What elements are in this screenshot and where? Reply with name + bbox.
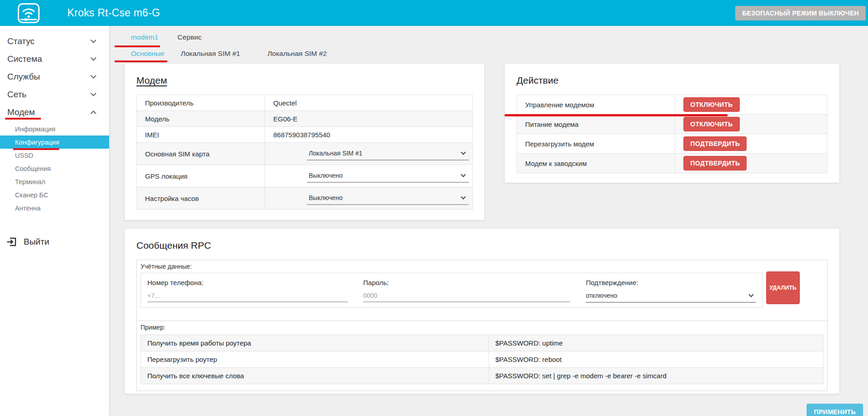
example-command: $PASSWORD: uptime xyxy=(489,335,823,351)
rpc-messages-card: Сообщения RPC Учётные данные: Номер теле… xyxy=(125,229,839,394)
confirmation-label: Подтверждение: xyxy=(586,277,756,286)
row-label: Управление модемом xyxy=(517,95,675,115)
row-label: Модель xyxy=(137,111,265,127)
clock-setup-select[interactable]: Выключено xyxy=(307,192,469,205)
sidebar-item-label: Сеть xyxy=(7,90,26,100)
submenu-item-terminal[interactable]: Терминал xyxy=(0,175,109,188)
sidebar-item-services[interactable]: Службы xyxy=(0,68,109,85)
table-row: Получить все ключевые слова $PASSWORD: s… xyxy=(141,368,823,384)
chevron-down-icon xyxy=(461,194,466,199)
tab-local-sim2[interactable]: Локальная SIM #2 xyxy=(267,50,327,58)
select-value: отключено xyxy=(586,292,617,299)
submenu-item-label: Информация xyxy=(15,125,55,133)
confirmation-select[interactable]: отключено xyxy=(586,286,756,303)
example-label: Получить все ключевые слова xyxy=(141,368,489,384)
kroks-wifi-logo-icon xyxy=(17,3,40,24)
table-row: Основная SIM карта Локальная SIM #1 xyxy=(137,143,473,165)
sidebar-item-network[interactable]: Сеть xyxy=(0,85,109,103)
modem-factory-reset-confirm-button[interactable]: ПОДТВЕРДИТЬ xyxy=(683,156,747,170)
spacer xyxy=(137,308,827,321)
logout-button[interactable]: Выйти xyxy=(0,236,109,247)
submenu-item-configuration[interactable]: Конфигурация xyxy=(0,135,109,149)
table-row: Получить время работы роутера $PASSWORD:… xyxy=(141,335,823,351)
select-value: Выключено xyxy=(309,172,343,179)
chevron-down-icon xyxy=(461,150,466,155)
table-row: Питание модема ОТКЛЮЧИТЬ xyxy=(517,115,828,134)
header-bar: Kroks Rt-Cse m6-G БЕЗОПАСНЫЙ РЕЖИМ ВЫКЛЮ… xyxy=(0,0,868,26)
modem-control-disable-button[interactable]: ОТКЛЮЧИТЬ xyxy=(683,97,739,112)
table-row: Настройка часов Выключено xyxy=(137,187,473,210)
table-row: Модель EG06-E xyxy=(137,111,473,127)
row-label: GPS локация xyxy=(137,165,265,187)
examples-table: Получить время работы роутера $PASSWORD:… xyxy=(140,335,823,384)
password-field-group: Пароль: xyxy=(363,277,571,303)
phone-input[interactable] xyxy=(147,286,348,302)
row-label: Модем к заводским xyxy=(517,154,675,173)
primary-tabs: modem1 Сервис xyxy=(131,33,201,44)
phone-label: Номер телефона: xyxy=(147,277,348,286)
logout-label: Выйти xyxy=(24,237,49,247)
submenu-item-messages[interactable]: Сообщения xyxy=(0,162,109,175)
annotation-underline-configuration xyxy=(13,148,59,150)
sidebar-item-label: Модем xyxy=(7,107,35,117)
sidebar-item-system[interactable]: Система xyxy=(0,50,109,68)
rpc-card-title: Сообщения RPC xyxy=(136,239,828,252)
confirmation-field-group: Подтверждение: отключено xyxy=(586,277,756,303)
table-row: Перезагрузить роутер $PASSWORD: reboot xyxy=(141,351,823,368)
table-row: Производитель Quectel xyxy=(137,95,473,111)
examples-fieldset: Пример: Получить время работы роутера $P… xyxy=(136,321,828,391)
password-input[interactable] xyxy=(363,286,571,302)
submenu-item-label: Конфигурация xyxy=(15,139,59,146)
tab-basic[interactable]: Основные xyxy=(131,50,165,58)
submenu-item-ussd[interactable]: USSD xyxy=(0,149,109,162)
row-value: EG06-E xyxy=(265,111,473,127)
table-row: GPS локация Выключено xyxy=(137,165,473,187)
tab-service[interactable]: Сервис xyxy=(177,33,201,44)
modem-card: Модем Производитель Quectel Модель EG06-… xyxy=(125,64,484,220)
select-value: Выключено xyxy=(309,194,343,201)
sidebar-item-status[interactable]: Статус xyxy=(0,32,109,50)
submenu-item-information[interactable]: Информация xyxy=(0,122,109,135)
row-label: Производитель xyxy=(137,95,265,111)
chevron-down-icon xyxy=(90,55,96,61)
table-row: Модем к заводским ПОДТВЕРДИТЬ xyxy=(517,154,828,173)
table-row: Перезагрузить модем ПОДТВЕРДИТЬ xyxy=(517,134,828,154)
modem-restart-confirm-button[interactable]: ПОДТВЕРДИТЬ xyxy=(683,136,747,151)
apply-button[interactable]: ПРИМЕНИТЬ xyxy=(807,404,863,416)
row-value: 868759038795540 xyxy=(265,127,473,143)
tab-modem1[interactable]: modem1 xyxy=(131,33,158,44)
sidebar: Статус Система Службы Сеть Модем Информа… xyxy=(0,26,109,416)
page-title: Kroks Rt-Cse m6-G xyxy=(67,7,160,19)
table-row: Управление модемом ОТКЛЮЧИТЬ xyxy=(517,95,828,115)
modem-power-disable-button[interactable]: ОТКЛЮЧИТЬ xyxy=(683,117,739,131)
chevron-up-icon xyxy=(90,110,96,116)
primary-sim-select[interactable]: Локальная SIM #1 xyxy=(307,147,469,160)
row-label: Питание модема xyxy=(517,115,675,134)
submenu-item-label: Сканер БС xyxy=(15,191,48,199)
delete-button[interactable]: УДАЛИТЬ xyxy=(766,271,800,304)
credentials-fieldset: Учётные данные: Номер телефона: Пароль: … xyxy=(136,260,828,321)
phone-field-group: Номер телефона: xyxy=(147,277,348,303)
modem-card-title: Модем xyxy=(136,74,473,87)
annotation-underline-modem xyxy=(5,118,41,120)
gps-location-select[interactable]: Выключено xyxy=(307,170,469,183)
chevron-down-icon xyxy=(748,292,753,297)
tab-local-sim1[interactable]: Локальная SIM #1 xyxy=(181,50,241,58)
example-command: $PASSWORD: set | grep -e modem -e bearer… xyxy=(489,368,823,384)
password-label: Пароль: xyxy=(363,277,571,286)
submenu-item-bs-scanner[interactable]: Сканер БС xyxy=(0,188,109,201)
credentials-box: Номер телефона: Пароль: Подтверждение: о… xyxy=(140,273,763,308)
examples-legend: Пример: xyxy=(137,321,827,334)
select-value: Локальная SIM #1 xyxy=(309,150,362,157)
submenu-item-antenna[interactable]: Антенна xyxy=(0,201,109,215)
modem-submenu: Информация Конфигурация USSD Сообщения Т… xyxy=(0,122,109,215)
chevron-down-icon xyxy=(90,37,96,43)
safe-mode-button[interactable]: БЕЗОПАСНЫЙ РЕЖИМ ВЫКЛЮЧЕН xyxy=(735,6,866,20)
action-card-title: Действие xyxy=(517,74,828,87)
chevron-down-icon xyxy=(90,90,96,96)
example-label: Перезагрузить роутер xyxy=(141,351,489,368)
example-label: Получить время работы роутера xyxy=(141,335,489,351)
annotation-underline-modem1-tab xyxy=(115,45,160,47)
submenu-item-label: Сообщения xyxy=(15,165,51,172)
row-label: IMEI xyxy=(137,127,265,143)
